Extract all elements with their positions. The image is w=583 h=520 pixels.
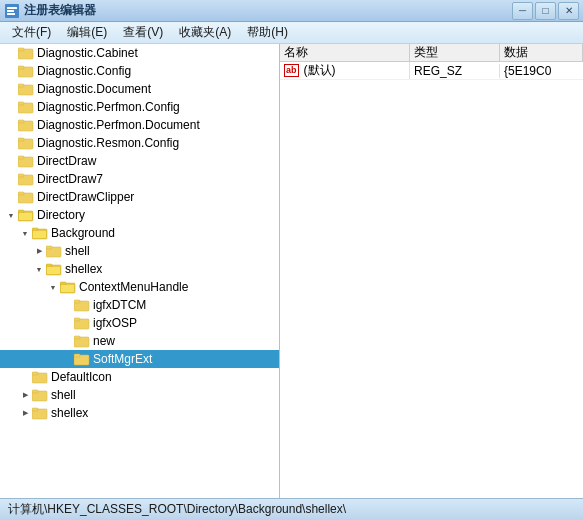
tree-item-shell2[interactable]: shell: [0, 386, 279, 404]
tree-item-igfxosp[interactable]: igfxOSP: [0, 314, 279, 332]
menu-view[interactable]: 查看(V): [115, 22, 171, 43]
title-bar: 注册表编辑器 ─ □ ✕: [0, 0, 583, 22]
tree-expand-icon: [4, 80, 18, 98]
folder-icon: [74, 334, 90, 348]
svg-rect-34: [60, 282, 66, 285]
folder-icon: [18, 190, 34, 204]
svg-rect-21: [18, 192, 24, 195]
tree-label: Diagnostic.Perfmon.Config: [37, 100, 180, 114]
tree-label: DirectDraw: [37, 154, 96, 168]
tree-label: DirectDraw7: [37, 172, 103, 186]
window-controls: ─ □ ✕: [512, 2, 579, 20]
tree-item-background[interactable]: Background: [0, 224, 279, 242]
tree-expand-icon[interactable]: [18, 404, 32, 422]
tree-expand-icon: [4, 188, 18, 206]
tree-expand-icon[interactable]: [46, 278, 60, 296]
tree-label: shell: [65, 244, 90, 258]
tree-item-shell[interactable]: shell: [0, 242, 279, 260]
tree-expand-icon[interactable]: [32, 260, 46, 278]
tree-expand-icon[interactable]: [32, 242, 46, 260]
window-title: 注册表编辑器: [24, 2, 96, 19]
tree-item-diagnostic-perfmon-document[interactable]: Diagnostic.Perfmon.Document: [0, 116, 279, 134]
tree-item-diagnostic-document[interactable]: Diagnostic.Document: [0, 80, 279, 98]
app-icon: [4, 3, 20, 19]
tree-label: igfxOSP: [93, 316, 137, 330]
menu-file[interactable]: 文件(F): [4, 22, 59, 43]
right-pane-content: ab (默认) REG_SZ {5E19C0: [280, 62, 583, 498]
tree-expand-icon: [4, 152, 18, 170]
tree-item-diagnostic-cabinet[interactable]: Diagnostic.Cabinet: [0, 44, 279, 62]
tree-expand-icon[interactable]: [4, 206, 18, 224]
svg-rect-47: [32, 390, 38, 393]
main-content: Diagnostic.Cabinet Diagnostic.Config Dia…: [0, 44, 583, 498]
menu-favorites[interactable]: 收藏夹(A): [171, 22, 239, 43]
tree-expand-icon: [4, 134, 18, 152]
tree-item-igfxdtcm[interactable]: igfxDTCM: [0, 296, 279, 314]
tree-expand-icon[interactable]: [18, 224, 32, 242]
tree-item-diagnostic-config[interactable]: Diagnostic.Config: [0, 62, 279, 80]
tree-label: DirectDrawClipper: [37, 190, 134, 204]
tree-expand-icon[interactable]: [18, 386, 32, 404]
tree-label: Diagnostic.Document: [37, 82, 151, 96]
tree-item-new[interactable]: new: [0, 332, 279, 350]
tree-item-diagnostic-resmon-config[interactable]: Diagnostic.Resmon.Config: [0, 134, 279, 152]
minimize-button[interactable]: ─: [512, 2, 533, 20]
folder-icon: [32, 388, 48, 402]
svg-rect-17: [18, 156, 24, 159]
col-header-type: 类型: [410, 44, 500, 61]
folder-icon: [32, 370, 48, 384]
svg-rect-43: [74, 354, 80, 357]
svg-rect-5: [18, 48, 24, 51]
reg-type-cell: REG_SZ: [410, 64, 500, 78]
svg-rect-35: [61, 285, 74, 292]
svg-rect-29: [46, 246, 52, 249]
tree-label: Diagnostic.Cabinet: [37, 46, 138, 60]
tree-label: shell: [51, 388, 76, 402]
tree-label: igfxDTCM: [93, 298, 146, 312]
svg-rect-13: [18, 120, 24, 123]
tree-item-softmgrext[interactable]: SoftMgrExt: [0, 350, 279, 368]
tree-pane[interactable]: Diagnostic.Cabinet Diagnostic.Config Dia…: [0, 44, 280, 498]
folder-icon: [18, 64, 34, 78]
tree-label: shellex: [65, 262, 102, 276]
tree-expand-icon: [4, 62, 18, 80]
status-path: 计算机\HKEY_CLASSES_ROOT\Directory\Backgrou…: [8, 501, 346, 518]
tree-item-contextmenuhandle[interactable]: ContextMenuHandle: [0, 278, 279, 296]
tree-expand-icon: [4, 116, 18, 134]
tree-label: Diagnostic.Config: [37, 64, 131, 78]
tree-item-diagnostic-perfmon-config[interactable]: Diagnostic.Perfmon.Config: [0, 98, 279, 116]
tree-item-directdraw[interactable]: DirectDraw: [0, 152, 279, 170]
svg-rect-11: [18, 102, 24, 105]
svg-rect-26: [32, 228, 38, 231]
svg-rect-39: [74, 318, 80, 321]
col-header-data: 数据: [500, 44, 583, 61]
svg-rect-9: [18, 84, 24, 87]
tree-item-shellex2[interactable]: shellex: [0, 404, 279, 422]
tree-item-directory[interactable]: Directory: [0, 206, 279, 224]
tree-label: Directory: [37, 208, 85, 222]
tree-item-shellex[interactable]: shellex: [0, 260, 279, 278]
tree-item-directdrawclipper[interactable]: DirectDrawClipper: [0, 188, 279, 206]
folder-icon: [74, 298, 90, 312]
svg-rect-32: [47, 267, 60, 274]
tree-expand-icon: [18, 368, 32, 386]
tree-item-defaulticon[interactable]: DefaultIcon: [0, 368, 279, 386]
maximize-button[interactable]: □: [535, 2, 556, 20]
menu-edit[interactable]: 编辑(E): [59, 22, 115, 43]
svg-rect-3: [7, 13, 15, 15]
svg-rect-49: [32, 408, 38, 411]
menu-help[interactable]: 帮助(H): [239, 22, 296, 43]
ab-icon: ab: [284, 64, 299, 77]
svg-rect-15: [18, 138, 24, 141]
svg-rect-2: [7, 10, 14, 12]
right-pane: 名称 类型 数据 ab (默认) REG_SZ {5E19C0: [280, 44, 583, 498]
svg-rect-23: [18, 210, 24, 213]
folder-icon: [18, 172, 34, 186]
tree-label: shellex: [51, 406, 88, 420]
svg-rect-41: [74, 336, 80, 339]
registry-row[interactable]: ab (默认) REG_SZ {5E19C0: [280, 62, 583, 80]
close-button[interactable]: ✕: [558, 2, 579, 20]
folder-icon: [74, 352, 90, 366]
tree-item-directdraw7[interactable]: DirectDraw7: [0, 170, 279, 188]
tree-expand-icon: [60, 314, 74, 332]
